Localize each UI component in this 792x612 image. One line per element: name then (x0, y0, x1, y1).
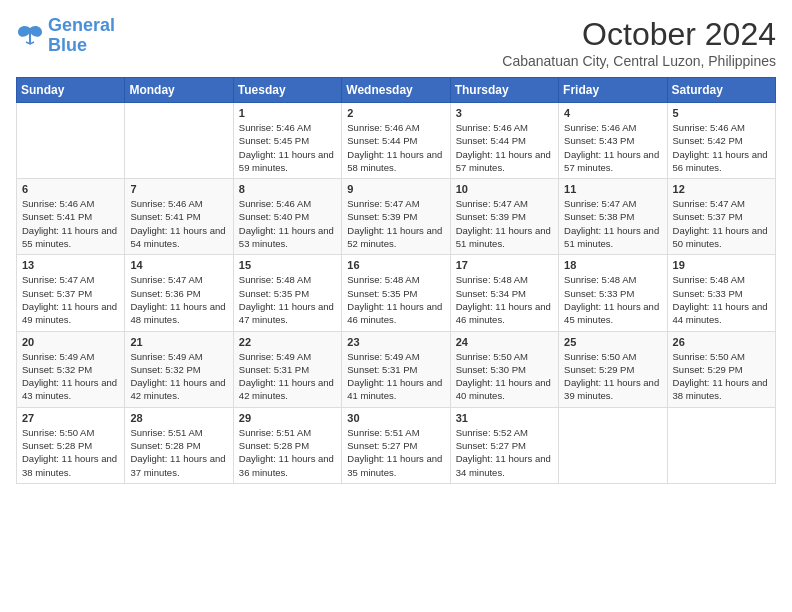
day-number: 2 (347, 107, 444, 119)
calendar-cell: 23Sunrise: 5:49 AM Sunset: 5:31 PM Dayli… (342, 331, 450, 407)
day-header-friday: Friday (559, 78, 667, 103)
day-header-thursday: Thursday (450, 78, 558, 103)
calendar-cell: 20Sunrise: 5:49 AM Sunset: 5:32 PM Dayli… (17, 331, 125, 407)
day-info: Sunrise: 5:48 AM Sunset: 5:34 PM Dayligh… (456, 273, 553, 326)
calendar-cell: 28Sunrise: 5:51 AM Sunset: 5:28 PM Dayli… (125, 407, 233, 483)
calendar-cell: 2Sunrise: 5:46 AM Sunset: 5:44 PM Daylig… (342, 103, 450, 179)
day-number: 18 (564, 259, 661, 271)
day-info: Sunrise: 5:50 AM Sunset: 5:28 PM Dayligh… (22, 426, 119, 479)
day-info: Sunrise: 5:46 AM Sunset: 5:41 PM Dayligh… (130, 197, 227, 250)
calendar-cell: 12Sunrise: 5:47 AM Sunset: 5:37 PM Dayli… (667, 179, 775, 255)
calendar-cell: 25Sunrise: 5:50 AM Sunset: 5:29 PM Dayli… (559, 331, 667, 407)
day-number: 11 (564, 183, 661, 195)
calendar-cell: 8Sunrise: 5:46 AM Sunset: 5:40 PM Daylig… (233, 179, 341, 255)
day-number: 14 (130, 259, 227, 271)
day-info: Sunrise: 5:48 AM Sunset: 5:35 PM Dayligh… (347, 273, 444, 326)
day-number: 20 (22, 336, 119, 348)
calendar-cell: 14Sunrise: 5:47 AM Sunset: 5:36 PM Dayli… (125, 255, 233, 331)
day-info: Sunrise: 5:46 AM Sunset: 5:42 PM Dayligh… (673, 121, 770, 174)
calendar-cell: 31Sunrise: 5:52 AM Sunset: 5:27 PM Dayli… (450, 407, 558, 483)
calendar-cell: 3Sunrise: 5:46 AM Sunset: 5:44 PM Daylig… (450, 103, 558, 179)
calendar-cell: 17Sunrise: 5:48 AM Sunset: 5:34 PM Dayli… (450, 255, 558, 331)
day-info: Sunrise: 5:51 AM Sunset: 5:28 PM Dayligh… (130, 426, 227, 479)
day-number: 10 (456, 183, 553, 195)
calendar-cell: 6Sunrise: 5:46 AM Sunset: 5:41 PM Daylig… (17, 179, 125, 255)
day-number: 13 (22, 259, 119, 271)
day-number: 22 (239, 336, 336, 348)
calendar-week-3: 13Sunrise: 5:47 AM Sunset: 5:37 PM Dayli… (17, 255, 776, 331)
day-info: Sunrise: 5:49 AM Sunset: 5:31 PM Dayligh… (347, 350, 444, 403)
calendar-cell (17, 103, 125, 179)
day-number: 12 (673, 183, 770, 195)
day-info: Sunrise: 5:47 AM Sunset: 5:39 PM Dayligh… (456, 197, 553, 250)
day-number: 27 (22, 412, 119, 424)
day-info: Sunrise: 5:50 AM Sunset: 5:29 PM Dayligh… (673, 350, 770, 403)
day-info: Sunrise: 5:47 AM Sunset: 5:37 PM Dayligh… (673, 197, 770, 250)
day-info: Sunrise: 5:46 AM Sunset: 5:44 PM Dayligh… (347, 121, 444, 174)
page-header: General Blue October 2024 Cabanatuan Cit… (16, 16, 776, 69)
day-header-saturday: Saturday (667, 78, 775, 103)
day-number: 31 (456, 412, 553, 424)
calendar-cell: 26Sunrise: 5:50 AM Sunset: 5:29 PM Dayli… (667, 331, 775, 407)
day-number: 15 (239, 259, 336, 271)
day-info: Sunrise: 5:47 AM Sunset: 5:39 PM Dayligh… (347, 197, 444, 250)
calendar-cell: 24Sunrise: 5:50 AM Sunset: 5:30 PM Dayli… (450, 331, 558, 407)
month-year: October 2024 (502, 16, 776, 53)
calendar-cell: 9Sunrise: 5:47 AM Sunset: 5:39 PM Daylig… (342, 179, 450, 255)
calendar-week-2: 6Sunrise: 5:46 AM Sunset: 5:41 PM Daylig… (17, 179, 776, 255)
day-info: Sunrise: 5:47 AM Sunset: 5:38 PM Dayligh… (564, 197, 661, 250)
title-block: October 2024 Cabanatuan City, Central Lu… (502, 16, 776, 69)
day-info: Sunrise: 5:46 AM Sunset: 5:43 PM Dayligh… (564, 121, 661, 174)
calendar-cell (559, 407, 667, 483)
calendar-cell: 10Sunrise: 5:47 AM Sunset: 5:39 PM Dayli… (450, 179, 558, 255)
day-number: 9 (347, 183, 444, 195)
calendar-cell: 27Sunrise: 5:50 AM Sunset: 5:28 PM Dayli… (17, 407, 125, 483)
day-info: Sunrise: 5:46 AM Sunset: 5:40 PM Dayligh… (239, 197, 336, 250)
day-info: Sunrise: 5:48 AM Sunset: 5:33 PM Dayligh… (673, 273, 770, 326)
day-number: 19 (673, 259, 770, 271)
day-number: 5 (673, 107, 770, 119)
calendar-cell: 7Sunrise: 5:46 AM Sunset: 5:41 PM Daylig… (125, 179, 233, 255)
calendar-header-row: SundayMondayTuesdayWednesdayThursdayFrid… (17, 78, 776, 103)
day-info: Sunrise: 5:51 AM Sunset: 5:27 PM Dayligh… (347, 426, 444, 479)
calendar-cell: 21Sunrise: 5:49 AM Sunset: 5:32 PM Dayli… (125, 331, 233, 407)
calendar-cell: 13Sunrise: 5:47 AM Sunset: 5:37 PM Dayli… (17, 255, 125, 331)
day-number: 4 (564, 107, 661, 119)
day-info: Sunrise: 5:51 AM Sunset: 5:28 PM Dayligh… (239, 426, 336, 479)
day-info: Sunrise: 5:50 AM Sunset: 5:30 PM Dayligh… (456, 350, 553, 403)
day-header-sunday: Sunday (17, 78, 125, 103)
day-info: Sunrise: 5:49 AM Sunset: 5:31 PM Dayligh… (239, 350, 336, 403)
day-header-tuesday: Tuesday (233, 78, 341, 103)
logo-icon (16, 24, 44, 48)
day-number: 24 (456, 336, 553, 348)
calendar-cell: 11Sunrise: 5:47 AM Sunset: 5:38 PM Dayli… (559, 179, 667, 255)
logo: General Blue (16, 16, 115, 56)
day-info: Sunrise: 5:49 AM Sunset: 5:32 PM Dayligh… (22, 350, 119, 403)
calendar-cell: 29Sunrise: 5:51 AM Sunset: 5:28 PM Dayli… (233, 407, 341, 483)
logo-text: General Blue (48, 16, 115, 56)
day-header-monday: Monday (125, 78, 233, 103)
day-number: 3 (456, 107, 553, 119)
calendar-cell (125, 103, 233, 179)
day-number: 21 (130, 336, 227, 348)
calendar-cell: 5Sunrise: 5:46 AM Sunset: 5:42 PM Daylig… (667, 103, 775, 179)
day-number: 6 (22, 183, 119, 195)
day-info: Sunrise: 5:48 AM Sunset: 5:33 PM Dayligh… (564, 273, 661, 326)
day-number: 17 (456, 259, 553, 271)
calendar-table: SundayMondayTuesdayWednesdayThursdayFrid… (16, 77, 776, 484)
day-number: 29 (239, 412, 336, 424)
day-number: 7 (130, 183, 227, 195)
calendar-cell: 22Sunrise: 5:49 AM Sunset: 5:31 PM Dayli… (233, 331, 341, 407)
day-info: Sunrise: 5:47 AM Sunset: 5:37 PM Dayligh… (22, 273, 119, 326)
calendar-cell: 30Sunrise: 5:51 AM Sunset: 5:27 PM Dayli… (342, 407, 450, 483)
calendar-week-5: 27Sunrise: 5:50 AM Sunset: 5:28 PM Dayli… (17, 407, 776, 483)
day-number: 23 (347, 336, 444, 348)
calendar-cell: 1Sunrise: 5:46 AM Sunset: 5:45 PM Daylig… (233, 103, 341, 179)
day-info: Sunrise: 5:48 AM Sunset: 5:35 PM Dayligh… (239, 273, 336, 326)
calendar-week-1: 1Sunrise: 5:46 AM Sunset: 5:45 PM Daylig… (17, 103, 776, 179)
calendar-cell: 16Sunrise: 5:48 AM Sunset: 5:35 PM Dayli… (342, 255, 450, 331)
day-info: Sunrise: 5:52 AM Sunset: 5:27 PM Dayligh… (456, 426, 553, 479)
calendar-cell: 18Sunrise: 5:48 AM Sunset: 5:33 PM Dayli… (559, 255, 667, 331)
calendar-cell: 4Sunrise: 5:46 AM Sunset: 5:43 PM Daylig… (559, 103, 667, 179)
day-number: 28 (130, 412, 227, 424)
